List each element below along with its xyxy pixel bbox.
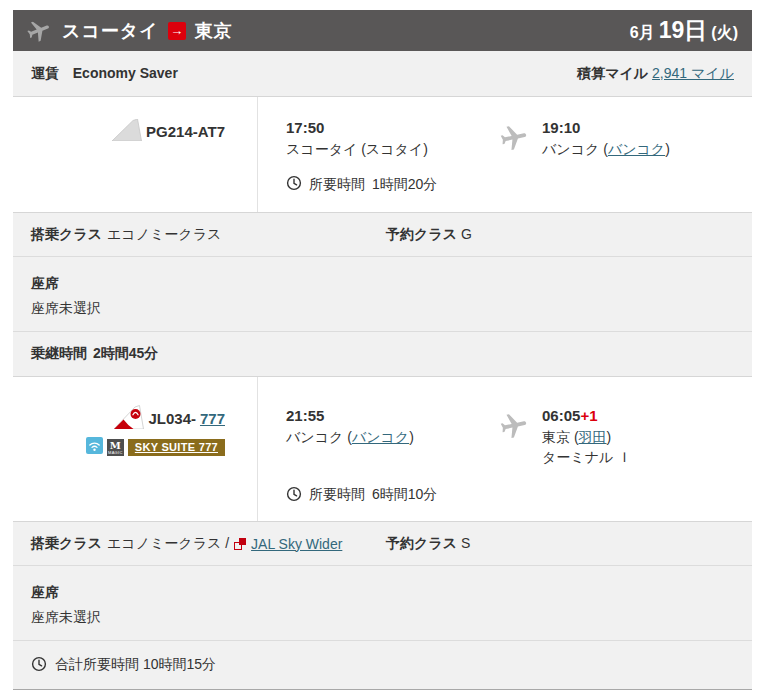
- date-weekday: (火): [711, 23, 738, 44]
- duration-value: 6時間10分: [372, 486, 437, 504]
- duration-label: 所要時間: [309, 486, 365, 504]
- origin-city: スコータイ: [62, 19, 159, 43]
- segment2-times-column: 21:55 バンコク (バンコク) 06:05+1: [258, 377, 752, 521]
- route-arrow-icon: →: [168, 22, 186, 40]
- clock-icon: [286, 175, 302, 194]
- flight-date: 6月 19日 (火): [630, 15, 738, 46]
- segment1-airline-column: PG214-AT7: [13, 97, 258, 212]
- date-day: 19日: [659, 15, 708, 46]
- jal-tailfin-icon: [114, 405, 144, 432]
- wifi-icon: [86, 437, 103, 458]
- transfer-label: 乗継時間: [31, 345, 87, 363]
- class-value: エコノミークラス: [107, 226, 221, 244]
- seat-value: 座席未選択: [31, 605, 734, 630]
- seat-value: 座席未選択: [31, 296, 734, 321]
- page: スコータイ → 東京 6月 19日 (火) 運賃 Economy Saver 積…: [0, 0, 765, 698]
- jal-sky-wider-link[interactable]: JAL Sky Wider: [251, 536, 342, 552]
- class-label: 搭乗クラス: [31, 226, 102, 244]
- arr-time-text: 06:05: [542, 407, 580, 424]
- arr-city-text-close: ): [665, 141, 670, 157]
- total-duration-label: 合計所要時間: [55, 656, 139, 672]
- sky-suite-badge-link[interactable]: SKY SUITE 777: [128, 439, 225, 456]
- segment2-arr-time: 06:05+1: [542, 407, 742, 424]
- segment2-times-row: 21:55 バンコク (バンコク) 06:05+1: [286, 407, 752, 468]
- dep-city-text-close: ): [409, 429, 414, 445]
- clock-icon: [31, 656, 47, 675]
- arr-city-text: 東京 (: [542, 429, 579, 445]
- segment2-badges: M MAGIC SKY SUITE 777: [86, 437, 225, 458]
- segment2-booking-class: 予約クラス S: [386, 535, 470, 553]
- flight-segment-2: JL034-777 M MAGIC SKY SUITE 777: [13, 376, 752, 522]
- segment1-times-row: 17:50 スコータイ (スコタイ) 19:10 バンコク (バンコク): [286, 119, 752, 159]
- booking-value: G: [461, 226, 472, 242]
- dep-city-text: バンコク (: [286, 429, 352, 445]
- segment1-seat-row: 座席 座席未選択: [13, 257, 752, 332]
- plane-icon: [486, 123, 542, 153]
- seat-label: 座席: [31, 271, 734, 296]
- segment2-arr-airport-link[interactable]: 羽田: [579, 429, 607, 445]
- class-label: 搭乗クラス: [31, 535, 102, 553]
- segment1-dep-city: スコータイ (スコタイ): [286, 139, 486, 159]
- total-duration-row: 合計所要時間 10時間15分: [13, 641, 752, 689]
- fare-label: 運賃: [31, 65, 59, 81]
- total-duration-text: 合計所要時間 10時間15分: [55, 656, 216, 674]
- class-value: エコノミークラス /: [107, 535, 229, 553]
- duration-label: 所要時間: [309, 176, 365, 194]
- jal-magic-icon: M MAGIC: [107, 439, 124, 456]
- plane-icon: [486, 411, 542, 441]
- segment2-airline-column: JL034-777 M MAGIC SKY SUITE 777: [13, 377, 258, 521]
- segment2-dep-city: バンコク (バンコク): [286, 427, 486, 447]
- pg-tailfin-icon: [112, 119, 142, 144]
- date-month: 6月: [630, 23, 655, 44]
- booking-label: 予約クラス: [386, 535, 457, 551]
- itinerary-header: スコータイ → 東京 6月 19日 (火): [13, 10, 752, 51]
- segment1-class-row: 搭乗クラス エコノミークラス 予約クラス G: [13, 213, 752, 257]
- destination-city: 東京: [195, 19, 233, 43]
- next-day-indicator: +1: [580, 407, 597, 424]
- segment1-arr-airport-link[interactable]: バンコク: [608, 141, 665, 157]
- segment2-flight-line: JL034-777: [114, 405, 225, 432]
- segment2-departure: 21:55 バンコク (バンコク): [286, 407, 486, 447]
- miles-info: 積算マイル 2,941 マイル: [577, 65, 734, 83]
- segment1-flight-line: PG214-AT7: [112, 119, 225, 144]
- segment2-flight-prefix: JL034-: [148, 410, 196, 427]
- route-title: スコータイ → 東京: [25, 18, 630, 44]
- flight-segment-1: PG214-AT7 17:50 スコータイ (スコタイ) 19:10: [13, 96, 752, 213]
- segment2-terminal: ターミナル Ｉ: [542, 447, 742, 467]
- segment1-arrival: 19:10 バンコク (バンコク): [542, 119, 742, 159]
- booking-label: 予約クラス: [386, 226, 457, 242]
- total-duration-value: 10時間15分: [143, 656, 216, 672]
- segment2-aircraft-link[interactable]: 777: [200, 410, 225, 427]
- segment2-class-row: 搭乗クラス エコノミークラス / JAL Sky Wider 予約クラス S: [13, 522, 752, 566]
- miles-link[interactable]: 2,941 マイル: [652, 65, 734, 81]
- segment2-dep-airport-link[interactable]: バンコク: [352, 429, 409, 445]
- fare-value: Economy Saver: [73, 65, 178, 81]
- segment2-dep-time: 21:55: [286, 407, 486, 424]
- itinerary-panel: スコータイ → 東京 6月 19日 (火) 運賃 Economy Saver 積…: [13, 10, 752, 690]
- transfer-row: 乗継時間 2時間45分: [13, 332, 752, 376]
- segment1-boarding-class: 搭乗クラス エコノミークラス: [31, 226, 386, 244]
- segment2-duration-row: 所要時間 6時間10分: [286, 486, 752, 505]
- arr-city-text-close: ): [607, 429, 612, 445]
- segment1-flight-code: PG214-AT7: [146, 123, 225, 140]
- segment2-arr-city: 東京 (羽田) ターミナル Ｉ: [542, 427, 742, 468]
- booking-value: S: [461, 535, 470, 551]
- segment2-boarding-class: 搭乗クラス エコノミークラス / JAL Sky Wider: [31, 535, 386, 553]
- segment2-arrival: 06:05+1 東京 (羽田) ターミナル Ｉ: [542, 407, 742, 468]
- magic-text: MAGIC: [107, 451, 124, 455]
- itinerary-body: 運賃 Economy Saver 積算マイル 2,941 マイル PG21: [13, 51, 752, 690]
- seat-label: 座席: [31, 580, 734, 605]
- clock-icon: [286, 486, 302, 505]
- fare-info: 運賃 Economy Saver: [31, 65, 178, 83]
- segment1-arr-city: バンコク (バンコク): [542, 139, 742, 159]
- duration-value: 1時間20分: [372, 176, 437, 194]
- transfer-value: 2時間45分: [93, 345, 158, 363]
- segment1-booking-class: 予約クラス G: [386, 226, 472, 244]
- segment1-departure: 17:50 スコータイ (スコタイ): [286, 119, 486, 159]
- segment1-dep-time: 17:50: [286, 119, 486, 136]
- miles-label: 積算マイル: [577, 65, 648, 81]
- plane-icon: [22, 13, 57, 49]
- segment1-arr-time: 19:10: [542, 119, 742, 136]
- external-link-icon: [234, 538, 246, 550]
- segment2-seat-row: 座席 座席未選択: [13, 566, 752, 641]
